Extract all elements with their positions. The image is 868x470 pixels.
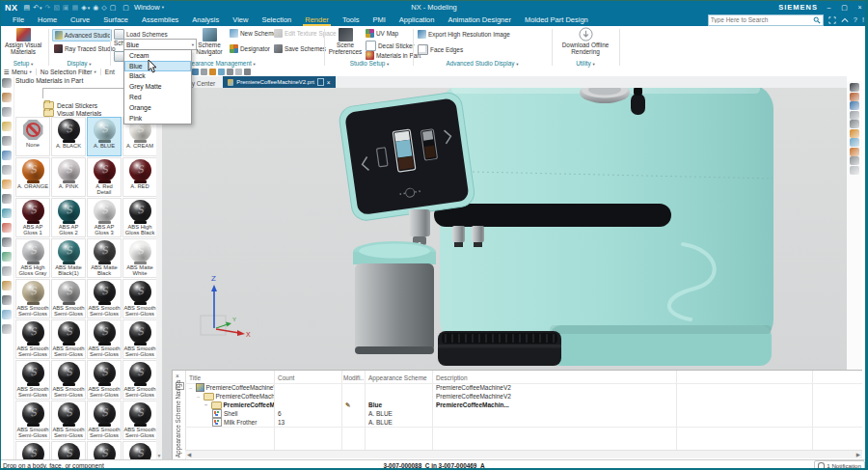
fullscreen-icon[interactable] [828, 16, 836, 24]
decal-sticker-button[interactable]: Decal Sticker [366, 41, 415, 51]
table-row-premierecoffeemach[interactable]: −PremiereCoffeeMach...✎BluePremiereCoffe… [185, 401, 862, 409]
table-row-milk-frother[interactable]: Milk Frother13A. BLUE [185, 418, 862, 427]
palette-tool-icon-12[interactable] [2, 237, 12, 247]
studio-display-icon-9[interactable] [850, 156, 859, 165]
group-label-advanced-studio-display[interactable]: Advanced Studio Display ▾ [415, 60, 550, 67]
tree-expander-icon[interactable]: − [204, 402, 208, 408]
scroll-left-icon[interactable]: ◀ [187, 452, 191, 457]
snap-tool-icon-6[interactable] [218, 69, 225, 75]
material-tile-abs-smooth-semi-gloss[interactable]: SABS Smooth Semi-Gloss [51, 319, 86, 359]
material-tile-a-red[interactable]: SA. RED [122, 157, 157, 197]
scheme-option-blue[interactable]: Blue [124, 61, 191, 71]
palette-tool-icon-13[interactable] [2, 252, 12, 262]
snap-tool-icon-4[interactable] [201, 69, 207, 75]
snap-tool-icon-8[interactable] [235, 69, 242, 75]
snap-tool-icon-5[interactable] [209, 69, 216, 75]
palette-tool-icon-14[interactable] [2, 266, 12, 276]
folder-decal-stickers[interactable]: Decal Stickers [43, 101, 97, 109]
material-tile-abs-smooth-semi-gloss[interactable]: SABS Smooth Semi-Gloss [15, 360, 50, 400]
command-search[interactable] [708, 14, 824, 26]
palette-tool-icon-4[interactable] [2, 122, 12, 131]
studio-display-icon-6[interactable] [850, 129, 859, 138]
studio-display-icon-1[interactable] [850, 83, 859, 92]
palette-tool-icon-3[interactable] [2, 107, 12, 117]
col-title[interactable]: Title [189, 374, 201, 381]
material-tile-abs-high-gloss-gray[interactable]: SABS High Gloss Gray [15, 238, 50, 278]
material-tile-abs-matte-black[interactable]: SABS Matte Black [87, 238, 122, 278]
palette-tool-icon-2[interactable] [2, 93, 12, 102]
studio-display-icon-10[interactable] [850, 166, 859, 175]
material-tile-a-orange[interactable]: SA. ORANGE [15, 157, 50, 197]
menu-surface[interactable]: Surface [96, 13, 135, 26]
menu-view[interactable]: View [226, 13, 255, 26]
menu-curve[interactable]: Curve [64, 13, 96, 26]
material-tile-a-black[interactable]: SA. BLACK [51, 117, 86, 156]
advanced-studio-button[interactable]: Advanced Studio [52, 29, 112, 41]
material-tile-abs-high-gloss-black[interactable]: SABS High Gloss Black [122, 198, 157, 237]
palette-tool-icon-7[interactable] [2, 165, 12, 175]
material-tile-abs-smooth-semi-gloss[interactable]: SABS Smooth Semi-Gloss [122, 401, 157, 440]
material-tile-a-pink[interactable]: SA. PINK [51, 157, 86, 197]
menu-button[interactable]: ☰ Menu ▾ [0, 68, 36, 76]
palette-tool-icon-11[interactable] [2, 223, 12, 233]
wcs-triad[interactable]: Z X Y [201, 274, 251, 338]
repeat-command-icon[interactable]: ◈▾ [81, 4, 90, 12]
material-tile-abs-smooth-semi-gloss[interactable]: SABS Smooth Semi-Gloss [122, 279, 157, 318]
search-input[interactable] [709, 15, 813, 24]
material-tile-abs-matte-white[interactable]: SABS Matte White [122, 238, 157, 278]
group-label-display[interactable]: Display ▾ [50, 60, 108, 67]
material-tile-abs-smooth-semi-gloss[interactable]: SABS Smooth Semi-Gloss [87, 360, 122, 400]
table-row-shell[interactable]: Shell6A. BLUE [185, 409, 862, 418]
studio-display-icon-5[interactable] [850, 120, 859, 128]
uv-map-button[interactable]: UV Map [366, 29, 398, 38]
download-offline-rendering-button[interactable]: Download Offline Rendering [556, 27, 615, 55]
ray-traced-studio-button[interactable]: Ray Traced Studio [54, 44, 116, 53]
snap-tool-icon-7[interactable] [227, 69, 233, 75]
palette-tool-icon-9[interactable] [2, 194, 12, 204]
material-tile-abs-smooth-semi-gloss[interactable]: SABS Smooth Semi-Gloss [15, 401, 50, 440]
table-header[interactable]: Title Count Modifi.. Appearance Scheme D… [185, 373, 862, 383]
face-edges-button[interactable]: Face Edges [418, 44, 463, 55]
material-tile-abs-smooth-semi-gloss[interactable]: SABS Smooth Semi-Gloss [51, 360, 86, 400]
window-menu[interactable]: ▢ Window ▾ [122, 3, 164, 12]
edit-texture-space-button[interactable]: Edit Texture Space [274, 29, 337, 38]
menu-application[interactable]: Application [393, 13, 442, 26]
col-count[interactable]: Count [278, 374, 294, 381]
material-tile-abs-matte-black-1[interactable]: SABS Matte Black(1) [51, 238, 86, 278]
material-tile-abs-ap-gloss-1[interactable]: SABS AP Gloss 1 [15, 198, 50, 237]
material-tile-item[interactable]: S [51, 441, 86, 459]
material-tile-abs-smooth-semi-gloss[interactable]: SABS Smooth Semi-Gloss [87, 401, 122, 440]
scheme-option-orange[interactable]: Orange [124, 102, 191, 113]
window-switch-icon[interactable]: ▢ [110, 4, 117, 12]
snap-tool-icon-3[interactable] [192, 69, 199, 75]
menu-file[interactable]: File [6, 13, 31, 26]
panel-close-icon[interactable]: × [176, 373, 179, 379]
tab-active-part[interactable]: PremiereCoffeeMachineV2.prt × [223, 76, 335, 88]
scheme-option-pink[interactable]: Pink [124, 113, 191, 124]
material-tile-abs-smooth-semi-gloss[interactable]: SABS Smooth Semi-Gloss [122, 360, 157, 400]
studio-display-icon-7[interactable] [850, 138, 859, 147]
help-icon[interactable]: ? [854, 16, 857, 24]
close-button[interactable]: × [855, 4, 864, 11]
group-label-studio-setup[interactable]: Studio Setup ▾ [328, 60, 411, 67]
col-description[interactable]: Description [436, 374, 468, 381]
restore-button[interactable]: ▢ [840, 4, 849, 12]
menu-selection[interactable]: Selection [255, 13, 298, 26]
palette-tool-icon-1[interactable] [2, 78, 12, 88]
palette-tool-icon-18[interactable] [2, 324, 12, 334]
material-tile-none[interactable]: None [15, 117, 50, 156]
palette-tool-icon-8[interactable] [2, 180, 12, 189]
material-tile-abs-smooth-semi-gloss[interactable]: SABS Smooth Semi-Gloss [87, 279, 122, 318]
paste-icon[interactable]: ▦ [72, 4, 79, 12]
table-row-premierecoffeemachinev2[interactable]: −PremiereCoffeeMachineV2PremiereCoffeeMa… [185, 392, 862, 401]
table-row-premierecoffeemachinev2[interactable]: −PremiereCoffeeMachineV2PremiereCoffeeMa… [185, 383, 862, 392]
material-tile-abs-smooth-semi-gloss[interactable]: SABS Smooth Semi-Gloss [15, 279, 50, 318]
minimize-ribbon-icon[interactable] [841, 17, 849, 23]
studio-display-icon-2[interactable] [850, 93, 859, 101]
selection-scope-combo[interactable]: Ent [101, 68, 119, 76]
menu-home[interactable]: Home [31, 13, 64, 26]
palette-tool-icon-6[interactable] [2, 151, 12, 160]
material-tile-item[interactable]: S [87, 441, 122, 459]
studio-display-icon-3[interactable] [850, 101, 859, 110]
material-tile-abs-ap-gloss-2[interactable]: SABS AP Gloss 2 [51, 198, 86, 237]
